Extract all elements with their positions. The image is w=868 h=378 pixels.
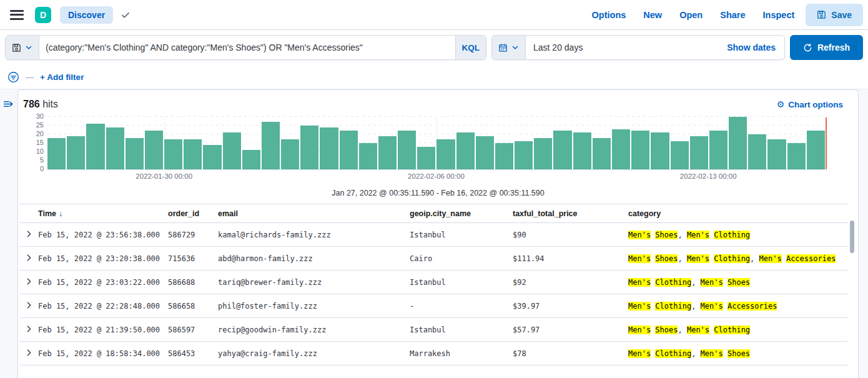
expand-row-icon[interactable] [25,301,33,309]
histogram-bar[interactable] [417,147,435,169]
histogram-bar[interactable] [573,132,591,169]
histogram-chart: 051015202530 [22,117,825,170]
add-filter-button[interactable]: + Add filter [40,72,84,82]
email-cell: tariq@brewer-family.zzz [218,271,410,294]
breadcrumb[interactable]: Discover [60,6,113,24]
query-language-button[interactable]: KQL [455,36,486,59]
time-cell: Feb 15, 2022 @ 23:20:38.000 [38,247,168,271]
histogram-bar[interactable] [86,124,104,169]
order-id-cell: 586453 [168,342,218,366]
histogram-bar[interactable] [456,132,475,169]
histogram-bar[interactable] [495,143,513,169]
histogram-bar[interactable] [203,145,221,169]
nav-options-link[interactable]: Options [592,10,626,20]
date-quick-select-button[interactable] [492,36,526,59]
app-badge[interactable]: D [35,7,51,23]
column-header-order_id[interactable]: order_id [168,204,218,223]
x-axis: 2022-01-30 00:002022-02-06 00:002022-02-… [47,172,825,184]
nav-share-link[interactable]: Share [720,10,745,20]
table-scrollbar-thumb[interactable] [850,221,854,253]
save-button[interactable]: Save [806,4,863,26]
date-picker-group: Last 20 days Show dates [491,35,785,60]
histogram-bar[interactable] [729,117,747,169]
histogram-bar[interactable] [67,136,85,169]
query-input-group: KQL [5,35,486,60]
expand-cell [19,271,38,294]
time-range-value[interactable]: Last 20 days [526,36,718,59]
show-dates-button[interactable]: Show dates [718,36,784,59]
histogram-bar[interactable] [807,131,825,169]
y-axis-tick-label: 0 [40,166,44,172]
column-header-category[interactable]: category [628,204,848,223]
category-cell: Men's Clothing, Men's Shoes [628,342,848,366]
y-axis-tick-label: 10 [36,148,44,155]
category-cell: Men's Clothing, Men's Shoes [628,271,848,294]
histogram-bar[interactable] [300,126,318,169]
histogram-bar[interactable] [709,131,727,169]
histogram-bar[interactable] [164,139,182,169]
price-cell: $90 [513,223,628,247]
expand-row-icon[interactable] [25,230,33,238]
plot-area [47,117,825,170]
chart-options-button[interactable]: ⚙ Chart options [777,99,843,109]
histogram-bar[interactable] [223,132,241,169]
saved-query-menu-button[interactable] [6,36,39,59]
refresh-button[interactable]: Refresh [790,35,863,60]
histogram-bar[interactable] [534,138,552,169]
y-axis: 051015202530 [22,117,47,170]
histogram-bar[interactable] [359,143,377,169]
column-header-taxful_total_price[interactable]: taxful_total_price [513,204,628,223]
histogram-bar[interactable] [436,139,455,169]
histogram-bar[interactable] [184,139,202,169]
histogram-bar[interactable] [748,134,766,169]
top-nav: Options New Open Share Inspect [592,10,795,20]
menu-icon[interactable] [10,10,24,20]
nav-new-link[interactable]: New [643,10,662,20]
column-header-email[interactable]: email [218,204,410,223]
expand-sidebar-icon[interactable] [3,99,14,109]
histogram-bar[interactable] [631,131,649,169]
nav-open-link[interactable]: Open [679,10,703,20]
histogram-bar[interactable] [767,139,786,169]
chevron-down-icon [511,44,519,51]
histogram-bar[interactable] [281,139,299,169]
table-row: Feb 15, 2022 @ 22:28:48.000586658phil@fo… [19,294,848,318]
expand-row-icon[interactable] [25,325,33,333]
histogram-bar[interactable] [378,136,397,169]
histogram-bar[interactable] [145,131,163,169]
results-panel: 786 hits ⚙ Chart options 051015202530 20… [17,89,859,378]
histogram-bar[interactable] [262,122,280,169]
expand-row-icon[interactable] [25,349,33,357]
histogram-bar[interactable] [340,131,358,169]
histogram-bar[interactable] [612,129,630,169]
expand-row-icon[interactable] [25,254,33,262]
histogram-bar[interactable] [47,138,66,169]
histogram-bar[interactable] [553,131,571,169]
city-cell: Istanbul [410,318,513,342]
histogram-bar[interactable] [787,143,806,169]
sort-descending-icon[interactable]: ↓ [59,209,62,218]
histogram-bar[interactable] [515,141,533,169]
histogram-bar[interactable] [320,127,338,169]
column-header-Time[interactable]: Time↓ [38,204,168,223]
column-header-geoip-city_name[interactable]: geoip.city_name [410,204,513,223]
histogram-bar[interactable] [690,136,708,169]
histogram-bar[interactable] [126,138,144,169]
query-input[interactable] [39,36,455,59]
x-axis-tick-label: 2022-02-06 00:00 [408,172,465,180]
nav-inspect-link[interactable]: Inspect [763,10,795,20]
filter-menu-icon[interactable] [7,71,19,83]
highlighted-term: Clothing [655,278,691,287]
histogram-bar[interactable] [242,150,260,169]
histogram-bar[interactable] [671,141,689,169]
expand-row-icon[interactable] [25,277,33,286]
histogram-bar[interactable] [651,132,669,169]
calendar-icon [498,43,508,52]
highlighted-term: Shoes [655,254,678,263]
highlighted-term: Men's [628,278,651,287]
top-header-bar: D Discover Options New Open Share Inspec… [0,0,868,30]
histogram-bar[interactable] [476,136,494,169]
histogram-bar[interactable] [106,127,124,169]
histogram-bar[interactable] [593,138,611,169]
histogram-bar[interactable] [398,131,416,169]
